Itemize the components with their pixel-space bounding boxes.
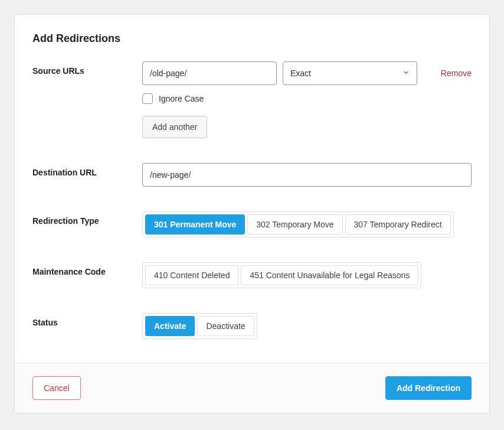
redirection-type-302[interactable]: 302 Temporary Move	[247, 214, 342, 234]
status-deactivate[interactable]: Deactivate	[197, 316, 254, 336]
status-activate[interactable]: Activate	[145, 316, 195, 336]
cancel-button[interactable]: Cancel	[32, 376, 81, 400]
source-url-line: Exact Remove	[142, 61, 472, 85]
status-group: Activate Deactivate	[142, 313, 257, 339]
ignore-case-checkbox[interactable]	[142, 93, 153, 104]
source-urls-controls: Exact Remove Ignore Case Add another	[142, 61, 472, 138]
status-label: Status	[32, 313, 142, 327]
add-redirection-button[interactable]: Add Redirection	[385, 376, 472, 400]
redirection-type-label: Redirection Type	[32, 211, 142, 226]
redirection-type-301[interactable]: 301 Permanent Move	[145, 214, 245, 234]
destination-url-label: Destination URL	[32, 163, 142, 177]
source-url-input[interactable]	[142, 61, 277, 85]
status-controls: Activate Deactivate	[142, 313, 472, 339]
status-row: Status Activate Deactivate	[32, 313, 472, 339]
destination-url-input[interactable]	[142, 163, 472, 187]
maintenance-code-451[interactable]: 451 Content Unavailable for Legal Reason…	[241, 265, 418, 285]
redirection-type-307[interactable]: 307 Temporary Redirect	[345, 214, 451, 234]
ignore-case-row: Ignore Case	[142, 93, 472, 104]
redirection-type-controls: 301 Permanent Move 302 Temporary Move 30…	[142, 211, 472, 237]
remove-source-button[interactable]: Remove	[436, 69, 472, 78]
destination-url-row: Destination URL	[32, 163, 472, 187]
maintenance-code-group: 410 Content Deleted 451 Content Unavaila…	[142, 262, 421, 288]
redirection-type-group: 301 Permanent Move 302 Temporary Move 30…	[142, 211, 454, 237]
ignore-case-label[interactable]: Ignore Case	[159, 94, 204, 103]
maintenance-code-controls: 410 Content Deleted 451 Content Unavaila…	[142, 262, 472, 288]
destination-url-controls	[142, 163, 472, 187]
source-urls-label: Source URLs	[32, 61, 142, 76]
panel-body: Add Redirections Source URLs Exact Remov…	[15, 15, 489, 363]
add-another-button[interactable]: Add another	[142, 116, 207, 138]
match-type-select[interactable]: Exact	[283, 61, 417, 85]
maintenance-code-row: Maintenance Code 410 Content Deleted 451…	[32, 262, 472, 288]
source-urls-row: Source URLs Exact Remove	[32, 61, 472, 138]
maintenance-code-label: Maintenance Code	[32, 262, 142, 276]
redirection-panel: Add Redirections Source URLs Exact Remov…	[14, 14, 490, 413]
panel-footer: Cancel Add Redirection	[15, 363, 489, 413]
panel-title: Add Redirections	[32, 32, 472, 45]
match-type-select-wrapper: Exact	[283, 61, 417, 85]
redirection-type-row: Redirection Type 301 Permanent Move 302 …	[32, 211, 472, 237]
maintenance-code-410[interactable]: 410 Content Deleted	[145, 265, 238, 285]
